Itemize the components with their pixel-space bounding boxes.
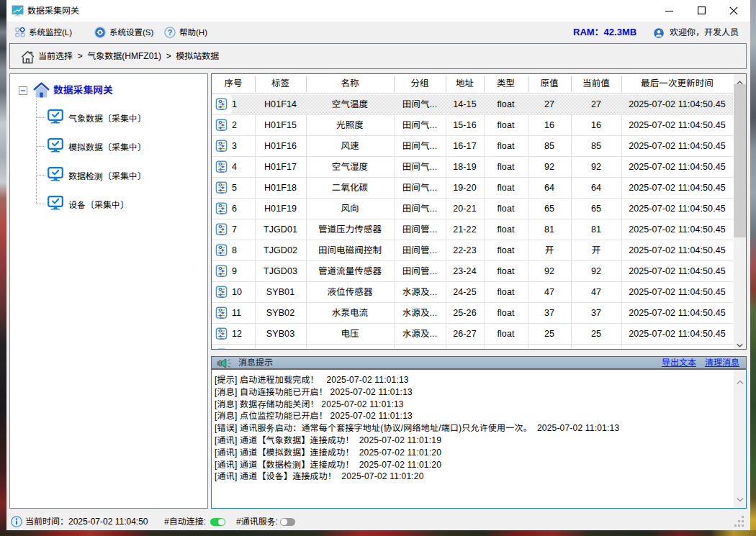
svg-text:?: ? [168,28,173,37]
